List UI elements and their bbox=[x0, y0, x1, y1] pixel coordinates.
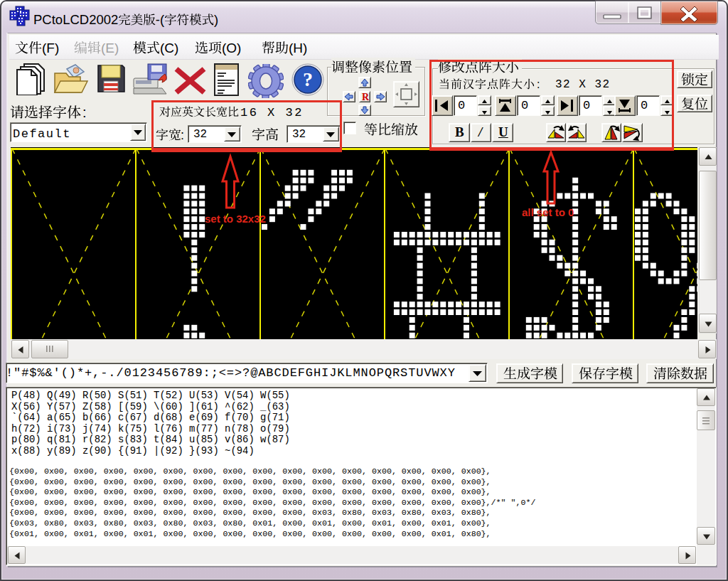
svg-text:(H): (H) bbox=[289, 41, 307, 55]
svg-text:(O): (O) bbox=[222, 41, 241, 55]
svg-text:(E): (E) bbox=[101, 41, 119, 55]
svg-text:?: ? bbox=[303, 68, 313, 90]
svg-text:(C): (C) bbox=[160, 41, 178, 55]
svg-text:(F): (F) bbox=[42, 41, 59, 55]
svg-text:set to 32x32: set to 32x32 bbox=[205, 213, 266, 225]
svg-text:PCtoLCD2002: PCtoLCD2002 bbox=[33, 12, 118, 27]
svg-text:): ) bbox=[214, 12, 218, 27]
svg-text:all set to 0: all set to 0 bbox=[522, 206, 574, 218]
svg-text:-(: -( bbox=[156, 12, 165, 27]
svg-text::: : bbox=[82, 105, 87, 120]
